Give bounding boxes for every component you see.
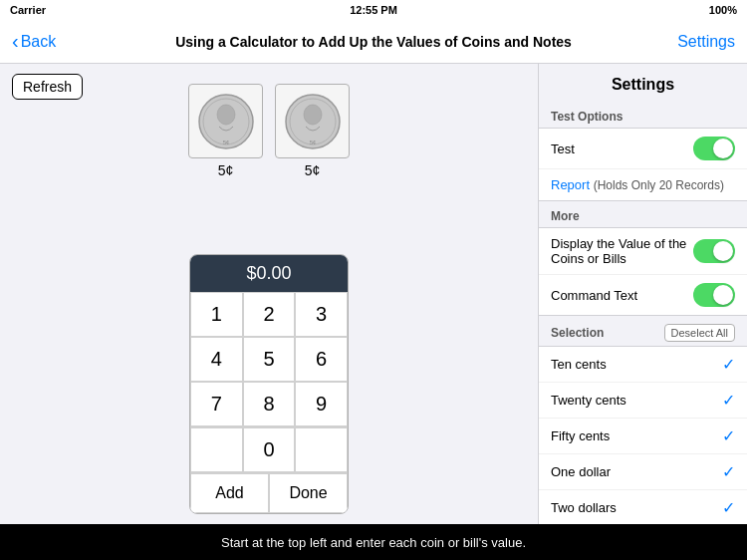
test-options-card: Test Report (Holds Only 20 Records) bbox=[539, 128, 747, 201]
coin-item-1: 5¢ 5¢ bbox=[188, 84, 263, 178]
test-toggle[interactable] bbox=[693, 137, 735, 160]
settings-nav-button[interactable]: Settings bbox=[677, 33, 735, 51]
coin-label-1: 5¢ bbox=[218, 162, 234, 178]
ten-cents-check: ✓ bbox=[722, 355, 735, 374]
calc-key-1[interactable]: 1 bbox=[190, 292, 243, 337]
selection-header: Selection bbox=[551, 326, 604, 340]
display-value-row: Display the Value of the Coins or Bills bbox=[539, 228, 747, 275]
test-toggle-thumb bbox=[713, 139, 733, 158]
back-chevron-icon: ‹ bbox=[12, 30, 19, 53]
back-button[interactable]: ‹ Back bbox=[12, 30, 56, 53]
calc-display: $0.00 bbox=[190, 255, 348, 292]
more-header: More bbox=[539, 201, 747, 227]
selection-item-fifty-cents: Fifty cents ✓ bbox=[539, 419, 747, 454]
nav-title: Using a Calculator to Add Up the Values … bbox=[175, 34, 572, 50]
settings-panel: Settings Test Options Test Report (Holds… bbox=[538, 64, 747, 524]
status-bar: Carrier 12:55 PM 100% bbox=[0, 0, 747, 20]
selection-item-two-dollars: Two dollars ✓ bbox=[539, 490, 747, 524]
calc-key-5[interactable]: 5 bbox=[243, 337, 296, 382]
calculator: $0.00 1 2 3 4 5 6 7 8 9 0 Add Done bbox=[189, 254, 349, 514]
calc-key-2[interactable]: 2 bbox=[243, 292, 296, 337]
deselect-all-button[interactable]: Deselect All bbox=[664, 324, 735, 342]
fifty-cents-label: Fifty cents bbox=[551, 428, 610, 443]
command-text-row: Command Text bbox=[539, 275, 747, 315]
nav-bar: ‹ Back Using a Calculator to Add Up the … bbox=[0, 20, 747, 64]
twenty-cents-check: ✓ bbox=[722, 391, 735, 410]
selection-item-ten-cents: Ten cents ✓ bbox=[539, 347, 747, 383]
calc-add-button[interactable]: Add bbox=[190, 473, 269, 513]
calc-keys: 1 2 3 4 5 6 7 8 9 bbox=[190, 292, 348, 426]
ten-cents-label: Ten cents bbox=[551, 357, 607, 372]
fifty-cents-check: ✓ bbox=[722, 426, 735, 445]
coins-area: 5¢ 5¢ 5¢ 5¢ bbox=[188, 84, 350, 178]
calc-key-3[interactable]: 3 bbox=[295, 292, 348, 337]
coin-item-2: 5¢ 5¢ bbox=[275, 84, 350, 178]
report-row[interactable]: Report (Holds Only 20 Records) bbox=[539, 169, 747, 200]
calc-key-9[interactable]: 9 bbox=[295, 382, 348, 426]
calc-key-4[interactable]: 4 bbox=[190, 337, 243, 382]
settings-title: Settings bbox=[539, 64, 747, 102]
battery-label: 100% bbox=[709, 4, 737, 16]
test-options-header: Test Options bbox=[539, 102, 747, 128]
command-text-label: Command Text bbox=[551, 288, 637, 303]
test-label: Test bbox=[551, 141, 575, 156]
test-toggle-row: Test bbox=[539, 129, 747, 169]
calc-done-button[interactable]: Done bbox=[269, 473, 348, 513]
display-value-toggle-thumb bbox=[713, 241, 733, 261]
carrier-label: Carrier bbox=[10, 4, 46, 16]
coin-label-2: 5¢ bbox=[305, 162, 321, 178]
more-card: Display the Value of the Coins or Bills … bbox=[539, 227, 747, 316]
calc-key-8[interactable]: 8 bbox=[243, 382, 296, 426]
command-text-toggle-thumb bbox=[713, 285, 733, 305]
twenty-cents-label: Twenty cents bbox=[551, 393, 626, 408]
command-text-toggle[interactable] bbox=[693, 283, 735, 307]
two-dollars-check: ✓ bbox=[722, 498, 735, 517]
display-value-label: Display the Value of the Coins or Bills bbox=[551, 236, 693, 266]
coin-box-2: 5¢ bbox=[275, 84, 350, 158]
calc-key-0[interactable]: 0 bbox=[243, 427, 296, 472]
selection-item-twenty-cents: Twenty cents ✓ bbox=[539, 383, 747, 419]
calc-zero-row: 0 bbox=[190, 426, 348, 472]
main-content: Refresh 5¢ 5¢ 5¢ bbox=[0, 64, 538, 524]
selection-card: Ten cents ✓ Twenty cents ✓ Fifty cents ✓… bbox=[539, 346, 747, 524]
svg-point-2 bbox=[217, 105, 235, 125]
report-sublabel: (Holds Only 20 Records) bbox=[594, 178, 724, 192]
one-dollar-check: ✓ bbox=[722, 462, 735, 481]
report-link-label: Report bbox=[551, 177, 590, 192]
calc-key-6[interactable]: 6 bbox=[295, 337, 348, 382]
bottom-bar: Start at the top left and enter each coi… bbox=[0, 524, 747, 560]
coin-image-2: 5¢ bbox=[284, 93, 342, 150]
bottom-bar-text: Start at the top left and enter each coi… bbox=[221, 535, 526, 550]
calc-key-7[interactable]: 7 bbox=[190, 382, 243, 426]
selection-header-row: Selection Deselect All bbox=[539, 316, 747, 346]
time-label: 12:55 PM bbox=[350, 4, 397, 16]
back-label: Back bbox=[21, 33, 57, 51]
one-dollar-label: One dollar bbox=[551, 464, 611, 479]
two-dollars-label: Two dollars bbox=[551, 500, 617, 515]
coin-box-1: 5¢ bbox=[188, 84, 263, 158]
calc-actions: Add Done bbox=[190, 472, 348, 513]
coin-image-1: 5¢ bbox=[197, 93, 255, 150]
svg-text:5¢: 5¢ bbox=[222, 140, 229, 145]
selection-item-one-dollar: One dollar ✓ bbox=[539, 454, 747, 490]
refresh-button[interactable]: Refresh bbox=[12, 74, 83, 100]
svg-point-6 bbox=[304, 105, 322, 125]
report-label: Report (Holds Only 20 Records) bbox=[551, 177, 724, 192]
display-value-toggle[interactable] bbox=[693, 239, 735, 263]
svg-text:5¢: 5¢ bbox=[309, 140, 316, 145]
